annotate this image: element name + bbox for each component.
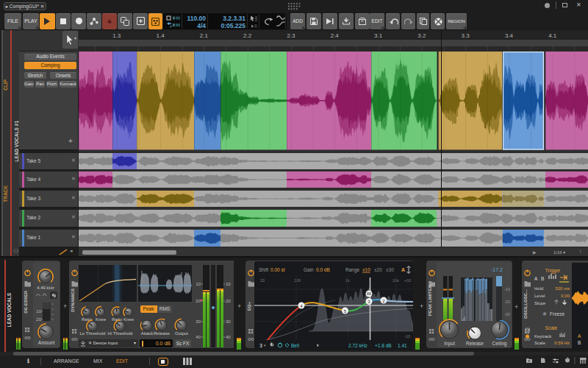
- svg-text:Scale: Scale: [545, 325, 558, 330]
- svg-text:Release: Release: [466, 341, 484, 346]
- svg-text:Bell: Bell: [291, 343, 299, 348]
- svg-text:10: 10: [226, 282, 231, 286]
- svg-text:Ratio: Ratio: [82, 317, 93, 322]
- svg-text:±20: ±20: [374, 267, 382, 272]
- svg-text:0.59 Hz: 0.59 Hz: [554, 341, 570, 345]
- svg-text:40: 40: [196, 335, 201, 339]
- svg-text:B: B: [578, 340, 581, 345]
- svg-text:320 ms: 320 ms: [555, 286, 570, 291]
- svg-text:-30: -30: [504, 312, 510, 316]
- svg-text:+10: +10: [404, 278, 411, 283]
- svg-text:Hold: Hold: [534, 286, 543, 291]
- svg-text:10: 10: [196, 282, 201, 286]
- svg-text:Input: Input: [444, 341, 455, 347]
- svg-text:B: B: [541, 276, 544, 281]
- svg-text:±10: ±10: [362, 267, 370, 272]
- svg-text:A: A: [534, 276, 538, 281]
- svg-text:-10: -10: [404, 334, 410, 339]
- svg-text:❄: ❄: [542, 311, 547, 316]
- svg-text:30: 30: [196, 319, 201, 324]
- svg-text:0.00: 0.00: [561, 294, 570, 298]
- svg-text:Slope: Slope: [534, 301, 546, 305]
- svg-text:20: 20: [260, 278, 265, 283]
- svg-text:Output: Output: [175, 331, 188, 336]
- svg-text:Ceiling: Ceiling: [492, 341, 507, 347]
- svg-text:20: 20: [226, 299, 231, 303]
- svg-text:3: 3: [259, 343, 262, 348]
- svg-text:Lo Threshold: Lo Threshold: [80, 331, 106, 336]
- svg-text:Knee: Knee: [123, 317, 135, 322]
- svg-text:Scale: Scale: [534, 341, 546, 345]
- svg-text:10: 10: [36, 309, 41, 314]
- svg-text:0.0 dB: 0.0 dB: [316, 267, 330, 272]
- svg-text:Amount: Amount: [37, 340, 54, 345]
- svg-text:0.00 st: 0.00 st: [270, 267, 285, 272]
- svg-text:Shift: Shift: [259, 267, 268, 272]
- svg-text:-17.2: -17.2: [491, 267, 503, 272]
- svg-text:-10: -10: [504, 287, 510, 291]
- svg-text:A: A: [578, 333, 581, 339]
- svg-text:30: 30: [226, 319, 231, 324]
- svg-text:Hi Threshold: Hi Threshold: [108, 331, 133, 336]
- svg-text:Keytrack: Keytrack: [534, 334, 552, 339]
- svg-text:1.41: 1.41: [398, 343, 407, 348]
- svg-text:Attack: Attack: [141, 331, 154, 336]
- svg-text:A: A: [401, 267, 405, 272]
- svg-text:+1.8 dB: +1.8 dB: [375, 343, 392, 348]
- svg-text:Level: Level: [534, 294, 545, 298]
- svg-text:2.72 kHz: 2.72 kHz: [348, 343, 368, 348]
- svg-text:-20: -20: [504, 300, 510, 304]
- svg-text:100: 100: [294, 278, 301, 283]
- svg-text:Knee: Knee: [96, 317, 107, 322]
- svg-text:20: 20: [36, 317, 41, 322]
- svg-text:±30: ±30: [386, 267, 394, 272]
- svg-text:Release: Release: [154, 331, 171, 336]
- svg-text:Gain: Gain: [304, 267, 314, 272]
- svg-text:40: 40: [226, 335, 231, 339]
- svg-text:4.49 kHz: 4.49 kHz: [37, 286, 54, 290]
- svg-text:Trigger: Trigger: [545, 268, 561, 274]
- svg-text:Range: Range: [345, 267, 360, 273]
- svg-text:Freeze: Freeze: [550, 311, 565, 316]
